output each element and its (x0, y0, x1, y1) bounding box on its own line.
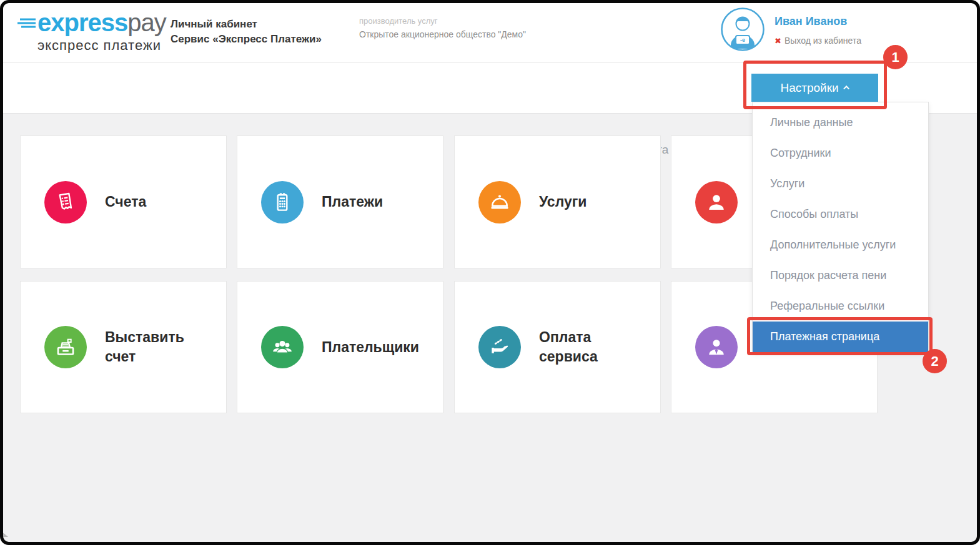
businessman-icon (695, 326, 738, 368)
logout-label: Выход из кабинета (784, 36, 861, 46)
chevron-up-icon (843, 86, 849, 92)
menu-item-platezhnaya-stranitsa[interactable]: Платежная страница (753, 322, 928, 352)
menu-item-dopolnitelnye-uslugi[interactable]: Дополнительные услуги (753, 230, 928, 260)
producer-label: производитель услуг (359, 16, 526, 26)
annotation-badge-2: 2 (923, 349, 947, 373)
card-platelschiki[interactable]: Плательщики (237, 281, 443, 413)
logo-text-pay: pay (127, 9, 166, 37)
card-label: Услуги (539, 192, 639, 212)
logout-link[interactable]: ✖Выход из кабинета (775, 36, 861, 46)
card-scheta[interactable]: Счета (20, 135, 227, 268)
people-group-icon (261, 326, 304, 368)
header: expresspay экспресс платежи Личный кабин… (0, 0, 980, 62)
hand-coins-icon (478, 326, 521, 368)
menu-item-sotrudniki[interactable]: Сотрудники (753, 138, 928, 169)
cabinet-title-line2: Сервис «Экспресс Платежи» (171, 32, 322, 47)
receipt-icon (44, 181, 87, 223)
page: expresspay экспресс платежи Личный кабин… (0, 0, 980, 545)
pos-terminal-icon (261, 181, 304, 223)
nav-label: Настройки (780, 81, 838, 95)
logo-subtitle: экспресс платежи (37, 37, 166, 54)
svg-text:-e: -e (740, 37, 745, 43)
card-platezhi[interactable]: Платежи (237, 135, 443, 268)
cash-register-icon (44, 326, 87, 368)
menu-item-poryadok-rascheta-peni[interactable]: Порядок расчета пени (753, 260, 928, 291)
cabinet-title-line1: Личный кабинет (171, 17, 322, 32)
menu-item-referalnye-ssylki[interactable]: Реферальные ссылки (753, 291, 928, 322)
nastroyki-dropdown-menu: Личные данные Сотрудники Услуги Способы … (752, 102, 929, 353)
scroll-artifact (1, 531, 8, 537)
card-label: Оплата сервиса (539, 328, 639, 366)
card-label: Выставить счет (105, 328, 205, 366)
user-name-link[interactable]: Иван Иванов (775, 15, 847, 28)
x-icon: ✖ (775, 36, 781, 46)
card-label: Плательщики (322, 338, 422, 357)
menu-item-sposoby-oplaty[interactable]: Способы оплаты (753, 199, 928, 230)
speed-lines-icon (17, 14, 36, 32)
logo-text-express: express (37, 9, 127, 37)
avatar-person-icon: -e (720, 6, 766, 52)
expresspay-logo[interactable]: expresspay экспресс платежи (17, 9, 166, 54)
menu-item-uslugi[interactable]: Услуги (753, 169, 928, 199)
person-icon (695, 181, 738, 223)
producer-block: производитель услуг Открытое акционерное… (359, 16, 526, 39)
user-avatar[interactable]: -e (720, 6, 766, 52)
card-oplata-servisa[interactable]: Оплата сервиса (454, 281, 661, 413)
app-window: expresspay экспресс платежи Личный кабин… (0, 0, 980, 545)
card-label: Счета (105, 192, 205, 212)
nav-item-nastroyki[interactable]: Настройки (751, 74, 878, 102)
card-label: Платежи (322, 192, 422, 212)
cloche-icon (478, 181, 521, 223)
menu-item-lichnye-dannye[interactable]: Личные данные (753, 107, 928, 138)
annotation-badge-1: 1 (883, 45, 908, 69)
cabinet-title: Личный кабинет Сервис «Экспресс Платежи» (171, 17, 322, 47)
card-uslugi[interactable]: Услуги (454, 135, 661, 268)
card-vystavit-schet[interactable]: Выставить счет (20, 281, 227, 413)
producer-name: Открытое акционерное общество "Демо" (359, 29, 526, 39)
